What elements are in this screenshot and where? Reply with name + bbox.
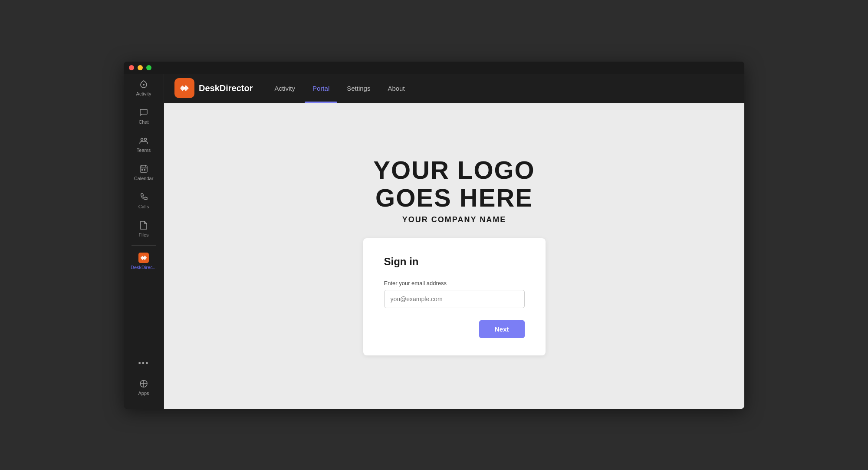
logo-text-rest: Director xyxy=(220,83,253,93)
svg-rect-8 xyxy=(144,169,145,171)
logo-line1: YOUR LOGO xyxy=(373,156,535,184)
content-area: YOUR LOGO GOES HERE YOUR COMPANY NAME Si… xyxy=(164,103,744,409)
main-area: DeskDirector Activity Portal Settings Ab… xyxy=(164,74,744,409)
sidebar-deskdirector-label: DeskDirec... xyxy=(131,265,157,270)
sidebar-teams-label: Teams xyxy=(137,148,151,153)
logo-text-bold: Desk xyxy=(199,83,220,93)
sidebar-files-label: Files xyxy=(138,232,148,238)
sidebar-item-calls[interactable]: Calls xyxy=(124,187,164,215)
svg-point-14 xyxy=(183,87,186,89)
maximize-button[interactable] xyxy=(146,65,151,70)
app-logo-icon xyxy=(174,78,194,98)
chat-icon xyxy=(138,107,149,118)
sidebar-calendar-label: Calendar xyxy=(134,176,154,181)
logo-area: DeskDirector xyxy=(174,78,253,98)
email-input[interactable] xyxy=(384,290,525,308)
svg-point-1 xyxy=(141,138,143,140)
app-window: Activity Chat Teams xyxy=(124,62,744,409)
nav-tab-settings[interactable]: Settings xyxy=(339,74,378,103)
next-button[interactable]: Next xyxy=(479,320,525,338)
company-name: YOUR COMPANY NAME xyxy=(373,215,535,224)
svg-point-2 xyxy=(145,138,147,140)
app-logo-text: DeskDirector xyxy=(199,83,253,93)
sidebar-apps-label: Apps xyxy=(138,391,149,396)
sidebar-more-button[interactable]: ••• xyxy=(137,354,151,373)
svg-point-10 xyxy=(143,256,145,259)
teams-icon xyxy=(138,135,149,146)
sidebar: Activity Chat Teams xyxy=(124,74,164,409)
deskdirector-icon xyxy=(138,253,149,263)
sidebar-calls-label: Calls xyxy=(138,204,149,210)
svg-rect-3 xyxy=(140,166,147,172)
files-icon xyxy=(138,220,149,230)
sidebar-item-activity[interactable]: Activity xyxy=(124,74,164,102)
nav-tabs: Activity Portal Settings About xyxy=(267,74,413,103)
logo-line2: GOES HERE xyxy=(373,184,535,212)
logo-placeholder: YOUR LOGO GOES HERE YOUR COMPANY NAME xyxy=(373,156,535,224)
activity-icon xyxy=(138,79,149,89)
sidebar-item-calendar[interactable]: Calendar xyxy=(124,158,164,187)
top-nav: DeskDirector Activity Portal Settings Ab… xyxy=(164,74,744,103)
nav-tab-about[interactable]: About xyxy=(380,74,412,103)
nav-tab-activity[interactable]: Activity xyxy=(267,74,303,103)
sidebar-item-teams[interactable]: Teams xyxy=(124,130,164,158)
signin-title: Sign in xyxy=(384,256,525,268)
svg-rect-7 xyxy=(141,169,143,171)
signin-card: Sign in Enter your email address Next xyxy=(363,238,546,355)
sidebar-chat-label: Chat xyxy=(138,119,148,125)
calls-icon xyxy=(138,192,149,202)
close-button[interactable] xyxy=(129,65,134,70)
sidebar-item-deskdirector[interactable]: DeskDirec... xyxy=(124,247,164,276)
sidebar-activity-label: Activity xyxy=(136,91,151,97)
minimize-button[interactable] xyxy=(138,65,143,70)
sidebar-item-apps[interactable]: Apps xyxy=(124,373,164,401)
email-label: Enter your email address xyxy=(384,280,525,286)
window-title-bar xyxy=(124,62,744,74)
sidebar-item-chat[interactable]: Chat xyxy=(124,102,164,130)
app-container: Activity Chat Teams xyxy=(124,74,744,409)
apps-icon xyxy=(138,378,149,389)
sidebar-divider xyxy=(132,245,155,246)
sidebar-item-files[interactable]: Files xyxy=(124,215,164,243)
calendar-icon xyxy=(138,164,149,174)
nav-tab-portal[interactable]: Portal xyxy=(305,74,337,103)
svg-point-0 xyxy=(143,84,145,85)
